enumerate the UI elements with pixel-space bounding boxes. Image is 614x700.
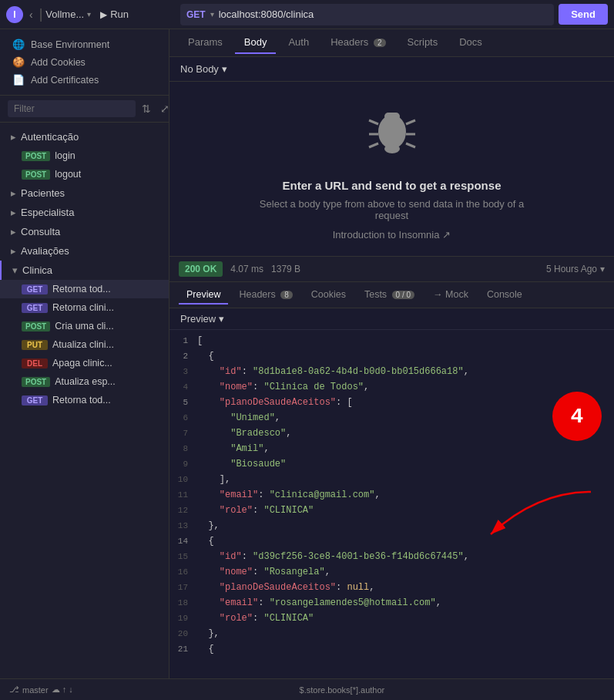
folder-avaliacoes[interactable]: ▸ Avaliações bbox=[0, 241, 169, 261]
method-badge-get: GET bbox=[22, 284, 48, 294]
line-number: 21 bbox=[169, 642, 197, 656]
preview-label: Preview bbox=[180, 313, 216, 325]
request-label: logout bbox=[55, 169, 81, 180]
resp-tab-cookies[interactable]: Cookies bbox=[304, 286, 354, 305]
line-number: 14 bbox=[169, 534, 197, 548]
folder-label: Pacientes bbox=[21, 187, 65, 199]
preview-dropdown-icon: ▾ bbox=[219, 313, 224, 325]
folder-icon: ▸ bbox=[11, 187, 16, 199]
sidebar-item-certificates[interactable]: 📄 Add Certificates bbox=[9, 71, 159, 89]
status-badge: 200 OK bbox=[179, 261, 223, 277]
folder-label: Consulta bbox=[21, 226, 60, 237]
annotation-number: 4 bbox=[571, 405, 584, 429]
url-bar[interactable]: GET ▾ localhost:8080/clinica bbox=[180, 4, 554, 25]
line-number: 17 bbox=[169, 581, 197, 594]
folder-icon: ▸ bbox=[11, 226, 16, 237]
request-apaga-clinic[interactable]: DEL Apaga clinic... bbox=[0, 354, 169, 372]
request-login[interactable]: POST login bbox=[0, 146, 169, 165]
url-input[interactable]: localhost:8080/clinica bbox=[219, 8, 314, 20]
response-ago: 5 Hours Ago ▾ bbox=[546, 264, 605, 274]
line-number: 12 bbox=[169, 503, 197, 517]
expand-button[interactable]: ⤢ bbox=[157, 101, 169, 116]
folder-autenticacao[interactable]: ▸ Autenticação bbox=[0, 127, 169, 146]
json-line: 9 "Biosaude" bbox=[169, 456, 614, 472]
resp-tab-headers[interactable]: Headers 8 bbox=[231, 286, 300, 305]
no-body-label: No Body bbox=[180, 63, 219, 75]
resp-tab-console[interactable]: Console bbox=[479, 286, 530, 305]
response-area: 200 OK 4.07 ms 1379 B 5 Hours Ago ▾ Prev… bbox=[169, 256, 614, 678]
sidebar-env-section: 🌐 Base Environment 🍪 Add Cookies 📄 Add C… bbox=[0, 29, 169, 96]
folder-pacientes[interactable]: ▸ Pacientes bbox=[0, 183, 169, 203]
back-button[interactable]: ‹ bbox=[26, 7, 36, 22]
request-atualiza-clini[interactable]: PUT Atualiza clini... bbox=[0, 335, 169, 354]
tab-body[interactable]: Body bbox=[235, 32, 277, 54]
tab-scripts[interactable]: Scripts bbox=[398, 32, 448, 54]
branch-name: master bbox=[22, 685, 49, 695]
run-button[interactable]: ▶ Run bbox=[94, 5, 135, 23]
json-content: "role": "CLINICA" bbox=[197, 503, 314, 517]
jq-path: $.store.books[*].author bbox=[79, 685, 605, 695]
sort-button[interactable]: ⇅ bbox=[139, 101, 154, 116]
folder-especialista[interactable]: ▸ Especialista bbox=[0, 203, 169, 222]
method-dropdown-icon[interactable]: ▾ bbox=[210, 10, 214, 19]
main-layout: 🌐 Base Environment 🍪 Add Cookies 📄 Add C… bbox=[0, 29, 614, 678]
globe-icon: 🌐 bbox=[12, 39, 25, 50]
resp-tab-preview[interactable]: Preview bbox=[179, 286, 228, 305]
json-content: "Biosaude" bbox=[197, 457, 286, 471]
line-number: 7 bbox=[169, 426, 197, 440]
ago-dropdown-icon[interactable]: ▾ bbox=[600, 264, 605, 274]
request-logout[interactable]: POST logout bbox=[0, 165, 169, 183]
line-number: 16 bbox=[169, 565, 197, 579]
json-content: { bbox=[197, 534, 214, 548]
send-button[interactable]: Send bbox=[559, 4, 608, 25]
request-retorna-tod-2[interactable]: GET Retorna tod... bbox=[0, 391, 169, 409]
tab-params[interactable]: Params bbox=[179, 32, 232, 54]
git-branch[interactable]: ⎇ master ☁ ↑ ↓ bbox=[9, 685, 73, 695]
no-body-button[interactable]: No Body ▾ bbox=[180, 63, 227, 75]
response-bar: 200 OK 4.07 ms 1379 B 5 Hours Ago ▾ bbox=[169, 256, 614, 282]
request-cria-cli[interactable]: POST Cria uma cli... bbox=[0, 317, 169, 335]
json-line: 7 "Bradesco", bbox=[169, 426, 614, 441]
folder-consulta[interactable]: ▸ Consulta bbox=[0, 222, 169, 241]
sidebar-item-base-env[interactable]: 🌐 Base Environment bbox=[9, 35, 159, 53]
response-size: 1379 B bbox=[271, 264, 300, 274]
tab-auth[interactable]: Auth bbox=[279, 32, 318, 54]
tab-headers[interactable]: Headers 2 bbox=[321, 32, 394, 54]
request-label: Retorna tod... bbox=[52, 395, 111, 406]
json-viewer[interactable]: 4 1 [ 2 { bbox=[169, 330, 614, 678]
intro-link[interactable]: Introduction to Insomnia ↗ bbox=[333, 229, 451, 241]
json-content: "planoDeSaudeAceitos": [ bbox=[197, 395, 353, 409]
json-line: 2 { bbox=[169, 348, 614, 364]
line-number: 8 bbox=[169, 442, 197, 456]
folder-label: Especialista bbox=[21, 207, 74, 218]
sidebar-tree: ▸ Autenticação POST login POST logout ▸ … bbox=[0, 123, 169, 678]
line-number: 6 bbox=[169, 411, 197, 425]
filter-input[interactable] bbox=[8, 100, 136, 117]
request-atualiza-esp[interactable]: POST Atualiza esp... bbox=[0, 372, 169, 391]
method-badge-get: GET bbox=[22, 395, 48, 406]
json-content: "planoDeSaudeAceitos": null, bbox=[197, 581, 374, 594]
collection-dropdown-icon[interactable]: ▾ bbox=[87, 10, 91, 19]
resp-tab-tests[interactable]: Tests 0 / 0 bbox=[357, 286, 422, 305]
external-link-icon: ↗ bbox=[442, 229, 451, 241]
json-content: [ bbox=[197, 334, 203, 348]
tab-docs[interactable]: Docs bbox=[450, 32, 492, 54]
collection-name: Vollme... bbox=[45, 8, 84, 20]
json-content: "email": "rosangelamendes5@hotmail.com", bbox=[197, 596, 441, 610]
request-retorna-tod-1[interactable]: GET Retorna tod... bbox=[0, 280, 169, 298]
line-number: 3 bbox=[169, 365, 197, 379]
json-line: 8 "Amil", bbox=[169, 441, 614, 456]
top-bar-left: I ‹ | Vollme... ▾ ▶ Run bbox=[6, 5, 176, 23]
line-number: 2 bbox=[169, 349, 197, 363]
cloud-icons: ☁ ↑ ↓ bbox=[52, 685, 73, 695]
request-retorna-clini[interactable]: GET Retorna clini... bbox=[0, 298, 169, 317]
sidebar-item-cookies[interactable]: 🍪 Add Cookies bbox=[9, 53, 159, 71]
folder-icon: ▾ bbox=[12, 264, 18, 276]
bottom-bar: ⎇ master ☁ ↑ ↓ $.store.books[*].author bbox=[0, 678, 614, 700]
preview-dropdown[interactable]: Preview ▾ bbox=[180, 313, 224, 325]
json-content: }, bbox=[197, 519, 220, 533]
request-label: Atualiza esp... bbox=[55, 376, 116, 387]
resp-tab-mock[interactable]: → Mock bbox=[425, 286, 476, 305]
json-content: "Bradesco", bbox=[197, 426, 291, 440]
folder-clinica[interactable]: ▾ Clinica bbox=[0, 261, 169, 280]
